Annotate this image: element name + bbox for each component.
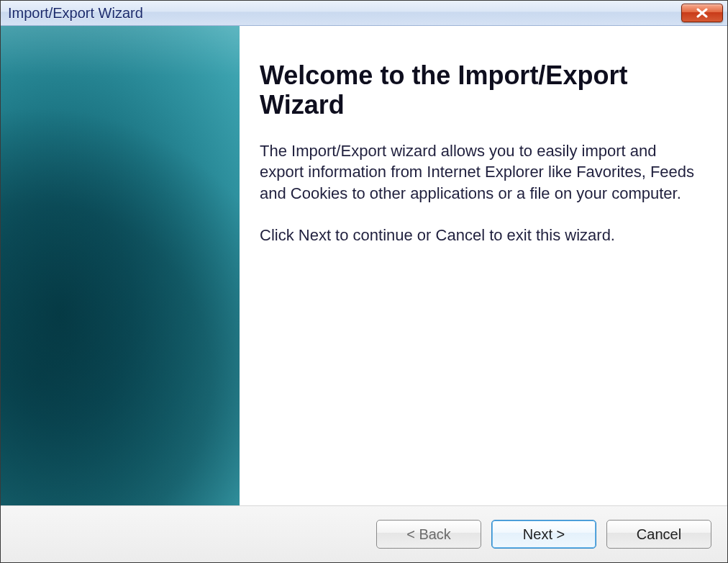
window-title: Import/Export Wizard: [8, 5, 143, 22]
content-area: Welcome to the Import/Export Wizard The …: [1, 26, 727, 505]
cancel-button[interactable]: Cancel: [606, 520, 711, 549]
footer: < Back Next > Cancel: [1, 505, 727, 562]
back-button[interactable]: < Back: [376, 520, 481, 549]
close-button[interactable]: [681, 4, 723, 22]
close-icon: [695, 8, 709, 18]
wizard-heading: Welcome to the Import/Export Wizard: [260, 60, 701, 120]
wizard-window: Import/Export Wizard Welcome to the Impo…: [0, 0, 728, 563]
titlebar: Import/Export Wizard: [1, 1, 727, 26]
wizard-instruction: Click Next to continue or Cancel to exit…: [260, 225, 701, 246]
next-button[interactable]: Next >: [491, 520, 596, 549]
main-panel: Welcome to the Import/Export Wizard The …: [240, 26, 727, 505]
wizard-description: The Import/Export wizard allows you to e…: [260, 140, 701, 204]
wizard-side-graphic: [1, 26, 240, 505]
